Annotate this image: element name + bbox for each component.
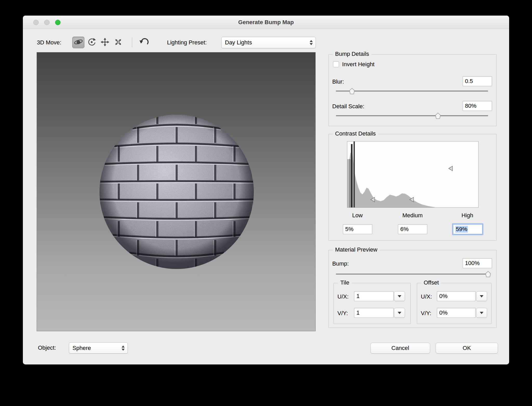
tile-vy-dropdown-button[interactable]: [394, 308, 405, 318]
bump-slider-track[interactable]: [336, 274, 488, 275]
window-title: Generate Bump Map: [23, 16, 509, 29]
offset-group: Offset U/X: V/Y:: [417, 283, 491, 324]
offset-ux-dropdown-button[interactable]: [476, 291, 487, 301]
move-tools-label: 3D Move:: [37, 37, 61, 48]
title-bar[interactable]: Generate Bump Map: [23, 16, 509, 29]
toolbar-divider: [132, 37, 132, 47]
object-value: Sphere: [69, 345, 91, 351]
contrast-medium-input[interactable]: [398, 224, 427, 234]
tile-group: Tile U/X: V/Y:: [334, 283, 411, 324]
reset-camera-button[interactable]: [138, 37, 151, 48]
offset-vy-label: V/Y:: [421, 310, 431, 317]
generate-bump-map-dialog: Generate Bump Map 3D Move:: [23, 16, 509, 364]
low-label: Low: [347, 212, 368, 219]
contrast-high-input[interactable]: 59%: [453, 224, 482, 234]
ok-button[interactable]: OK: [436, 343, 498, 354]
contrast-medium-marker[interactable]: [409, 197, 414, 204]
tile-ux-input[interactable]: [354, 291, 394, 301]
object-popup[interactable]: Sphere: [69, 342, 128, 354]
chevron-down-icon: [398, 295, 401, 297]
popup-arrows-icon: [122, 346, 125, 351]
bump-details-title: Bump Details: [333, 51, 371, 57]
cancel-button[interactable]: Cancel: [370, 343, 430, 354]
offset-vy-input[interactable]: [437, 308, 476, 318]
medium-label: Medium: [402, 212, 423, 219]
popup-arrows-icon: [310, 40, 313, 45]
close-button[interactable]: [33, 20, 39, 25]
tile-vy-label: V/Y:: [337, 310, 348, 317]
lighting-preset-popup[interactable]: Day Lights: [221, 37, 316, 48]
bump-details-group: Bump Details Invert Height Blur: Detail …: [328, 54, 497, 126]
chevron-down-icon: [480, 295, 483, 297]
lighting-preset-value: Day Lights: [222, 39, 252, 46]
tile-vy-input[interactable]: [354, 308, 394, 318]
chevron-down-icon: [480, 312, 483, 314]
orbit-camera-tool[interactable]: [72, 37, 84, 48]
cancel-button-label: Cancel: [391, 345, 409, 351]
blur-slider-track[interactable]: [336, 91, 488, 92]
blur-input[interactable]: [463, 76, 492, 86]
minimize-button[interactable]: [44, 20, 50, 25]
orbit-icon: [74, 37, 83, 48]
slide-icon: [114, 38, 123, 48]
high-label: High: [457, 212, 478, 219]
contrast-details-group: Contrast Details Low Medium High 59: [328, 134, 497, 241]
zoom-button[interactable]: [55, 20, 61, 25]
detail-scale-slider[interactable]: [336, 112, 488, 119]
selected-text: 59%: [455, 226, 468, 233]
roll-camera-tool[interactable]: [85, 37, 98, 48]
ok-button-label: OK: [463, 345, 471, 351]
lighting-preset-label: Lighting Preset:: [167, 37, 207, 48]
offset-vy-dropdown-button[interactable]: [476, 308, 487, 318]
tile-ux-label: U/X:: [337, 293, 349, 300]
3d-preview-canvas[interactable]: [37, 52, 316, 331]
material-preview-group: Material Preview Bump: Tile U/X: V/Y: Of…: [328, 250, 497, 328]
offset-ux-input[interactable]: [437, 291, 476, 301]
detail-scale-slider-thumb[interactable]: [435, 113, 441, 120]
invert-height-checkbox[interactable]: [333, 61, 339, 67]
offset-ux-label: U/X:: [421, 293, 432, 300]
detail-scale-slider-track[interactable]: [336, 115, 488, 116]
roll-icon: [87, 38, 96, 48]
bump-slider-thumb[interactable]: [486, 271, 491, 278]
slide-camera-tool[interactable]: [112, 37, 124, 48]
blur-label: Blur:: [332, 78, 344, 85]
reset-camera-icon: [139, 37, 149, 48]
bump-slider[interactable]: [336, 271, 488, 278]
contrast-low-marker[interactable]: [370, 197, 375, 204]
tile-ux-dropdown-button[interactable]: [394, 291, 405, 301]
contrast-histogram: [347, 141, 478, 208]
pan-camera-tool[interactable]: [99, 37, 111, 48]
blur-slider[interactable]: [336, 88, 488, 94]
sphere-preview: [97, 112, 256, 272]
invert-height-label: Invert Height: [342, 61, 375, 68]
offset-title: Offset: [421, 279, 441, 286]
material-preview-title: Material Preview: [333, 246, 380, 253]
chevron-down-icon: [398, 312, 401, 314]
object-label: Object:: [38, 344, 56, 351]
contrast-low-input[interactable]: [343, 224, 372, 234]
detail-scale-label: Detail Scale:: [332, 103, 364, 110]
tile-title: Tile: [338, 279, 352, 286]
bump-input[interactable]: [463, 258, 492, 268]
pan-icon: [101, 38, 109, 48]
bump-label: Bump:: [332, 260, 349, 267]
contrast-details-title: Contrast Details: [333, 130, 378, 137]
detail-scale-input[interactable]: [463, 101, 492, 111]
contrast-high-marker[interactable]: [448, 166, 453, 172]
blur-slider-thumb[interactable]: [349, 88, 355, 95]
